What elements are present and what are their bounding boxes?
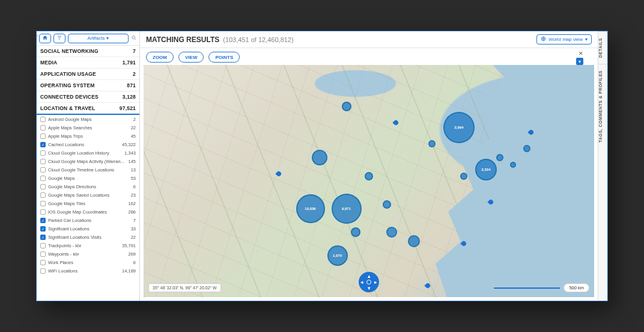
subcategory-row[interactable]: Waypoints - kbr269 [37, 250, 139, 258]
scale-line [494, 287, 560, 289]
checkbox-icon[interactable] [40, 251, 46, 257]
checkbox-icon[interactable] [40, 243, 46, 248]
subcategory-count: 2 [133, 117, 136, 122]
subcategory-row[interactable]: Google Maps Tiles162 [37, 199, 139, 208]
map-cluster[interactable] [523, 145, 530, 152]
subcategory-row[interactable]: Apple Maps Searches22 [37, 123, 139, 132]
map-cluster[interactable] [510, 162, 516, 168]
map-cluster[interactable] [386, 227, 397, 238]
category-label: APPLICATION USAGE [40, 71, 96, 77]
subcategory-count: 33 [131, 226, 136, 232]
subcategory-row[interactable]: Cloud Google Location History1,343 [37, 149, 139, 157]
subcategory-row[interactable]: ✓Parked Car Locations7 [37, 216, 139, 224]
subcategory-row[interactable]: Cloud Google Timeline Locations13 [37, 165, 139, 174]
map-cluster[interactable]: 9,971 [332, 194, 362, 224]
category-row[interactable]: LOCATION & TRAVEL97,521 [37, 103, 139, 115]
checkbox-icon[interactable] [40, 209, 46, 215]
checkbox-icon[interactable]: ✓ [40, 142, 46, 147]
category-row[interactable]: SOCIAL NETWORKING7 [37, 46, 139, 57]
checkbox-icon[interactable]: ✓ [40, 218, 46, 223]
points-button[interactable]: POINTS [208, 52, 240, 63]
subcategory-list[interactable]: Android Google Maps2Apple Maps Searches2… [37, 115, 139, 301]
map-cluster[interactable] [460, 173, 467, 180]
checkbox-icon[interactable] [40, 201, 46, 206]
arrow-right-icon[interactable]: ▸ [374, 279, 377, 285]
checkbox-icon[interactable] [40, 159, 46, 164]
subcategory-row[interactable]: iOS Google Map Coordinates286 [37, 208, 139, 216]
subcategory-count: 286 [128, 209, 136, 215]
checkbox-icon[interactable]: ✓ [40, 235, 46, 240]
checkbox-icon[interactable] [40, 134, 46, 139]
zoom-button[interactable]: ZOOM [146, 52, 174, 63]
checkbox-icon[interactable] [40, 184, 46, 189]
view-button[interactable]: VIEW [178, 52, 204, 63]
map-cluster[interactable] [342, 102, 351, 111]
map-cluster[interactable]: 2,094 [443, 112, 475, 143]
map-cluster[interactable] [312, 150, 327, 165]
subcategory-row[interactable]: WiFi Locations14,189 [37, 266, 139, 275]
map-canvas[interactable]: 10,0369,9712,0942,3341,070 35° 48' 32.03… [144, 65, 594, 297]
subcategory-count: 45,322 [122, 142, 136, 147]
subcategory-label: Work Places [48, 260, 131, 265]
search-icon[interactable] [131, 35, 137, 42]
map-cluster[interactable]: 1,070 [327, 245, 348, 266]
arrow-left-icon[interactable]: ◂ [360, 279, 363, 285]
subcategory-count: 22 [131, 235, 136, 240]
map-cluster[interactable]: 2,334 [475, 159, 497, 180]
checkbox-icon[interactable] [40, 260, 46, 265]
map-cluster[interactable] [383, 200, 391, 209]
subcategory-row[interactable]: Google Maps53 [37, 174, 139, 182]
map-pan-control[interactable]: ▴ ▾ ◂ ▸ [359, 272, 379, 292]
map-cluster[interactable] [496, 154, 503, 161]
subcategory-row[interactable]: Trackpoints - kbr35,791 [37, 241, 139, 250]
recenter-icon[interactable] [366, 280, 371, 284]
checkbox-icon[interactable] [40, 150, 46, 156]
checkbox-icon[interactable] [40, 176, 46, 181]
category-row[interactable]: OPERATING SYSTEM871 [37, 80, 139, 91]
checkbox-icon[interactable]: ✓ [40, 226, 46, 232]
checkbox-icon[interactable] [40, 167, 46, 173]
subcategory-row[interactable]: ✓Cached Locations45,322 [37, 140, 139, 149]
arrow-down-icon[interactable]: ▾ [368, 285, 371, 291]
subcategory-row[interactable]: Cloud Google Maps Activity (Warrant Retu… [37, 157, 139, 165]
map-cluster[interactable] [351, 227, 360, 237]
map-cluster[interactable] [365, 172, 373, 180]
subcategory-row[interactable]: Google Maps Directions6 [37, 182, 139, 191]
subcategory-label: Apple Maps Trips [48, 134, 129, 139]
map-cluster[interactable]: 10,036 [296, 194, 325, 223]
layer-toggle[interactable]: ▾ [576, 58, 583, 65]
subcategory-label: Cloud Google Location History [48, 150, 122, 156]
subcategory-row[interactable]: Work Places6 [37, 258, 139, 266]
artifacts-dropdown[interactable]: Artifacts ▾ [68, 34, 129, 43]
globe-icon [541, 36, 546, 43]
subcategory-row[interactable]: Android Google Maps2 [37, 115, 139, 123]
subcategory-label: Cached Locations [48, 142, 120, 147]
tab-details[interactable]: DETAILS [598, 31, 607, 64]
sidebar-toolbar: Artifacts ▾ [37, 31, 139, 46]
checkbox-icon[interactable] [40, 117, 46, 122]
subcategory-count: 1,343 [124, 150, 136, 156]
subcategory-row[interactable]: ✓Significant Locations33 [37, 224, 139, 233]
checkbox-icon[interactable] [40, 268, 46, 274]
subcategory-count: 269 [128, 251, 136, 257]
category-row[interactable]: CONNECTED DEVICES3,128 [37, 91, 139, 103]
svg-point-0 [132, 35, 135, 38]
home-button[interactable] [39, 34, 51, 43]
checkbox-icon[interactable] [40, 192, 46, 198]
category-row[interactable]: MEDIA1,791 [37, 57, 139, 69]
main-panel: MATCHING RESULTS (103,451 of 12,460,812)… [140, 31, 598, 301]
filter-toggle-button[interactable] [53, 34, 65, 43]
subcategory-row[interactable]: Apple Maps Trips45 [37, 132, 139, 140]
sidebar-collapse-handle[interactable]: ‹ [37, 32, 38, 38]
subcategory-row[interactable]: ✓Significant Locations Visits22 [37, 233, 139, 241]
checkbox-icon[interactable] [40, 125, 46, 131]
arrow-up-icon[interactable]: ▴ [368, 273, 371, 279]
map-cluster[interactable] [408, 235, 420, 247]
view-mode-dropdown[interactable]: World map view ▾ [536, 34, 592, 45]
tab-tags-comments-profiles[interactable]: TAGS, COMMENTS & PROFILES [598, 64, 607, 149]
map-cluster[interactable] [428, 140, 436, 147]
category-row[interactable]: APPLICATION USAGE2 [37, 69, 139, 80]
close-icon[interactable]: ✕ [579, 51, 583, 57]
subcategory-row[interactable]: Google Maps Saved Locations23 [37, 191, 139, 199]
right-tab-rail: DETAILS TAGS, COMMENTS & PROFILES [598, 31, 607, 301]
